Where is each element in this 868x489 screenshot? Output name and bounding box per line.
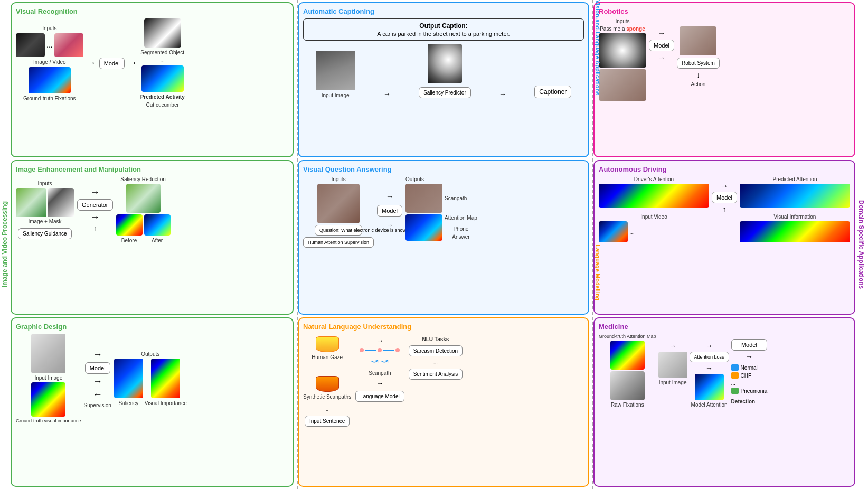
nlu-left: Human Gaze Synthetic Scanpaths ↓ Input S… bbox=[303, 334, 351, 427]
ie-input-imgs bbox=[16, 188, 74, 217]
vr-title: Visual Recognition bbox=[16, 7, 288, 15]
vr-arrow-1: → bbox=[87, 58, 96, 69]
gd-saliency-label: Saliency bbox=[118, 400, 138, 406]
ac-saliency-col: Saliency Predictor bbox=[419, 44, 471, 98]
rob-person-img bbox=[680, 26, 716, 55]
vqa-answer-col: Attention Map Phone Answer bbox=[445, 215, 477, 240]
med-attn-loss: → Attention Loss → Model Attention bbox=[690, 334, 729, 408]
med-ground-truth-label: Ground-truth Attention Map bbox=[599, 334, 656, 339]
rob-scene-img bbox=[599, 69, 646, 101]
med-chf-label: CHF bbox=[741, 373, 752, 379]
vr-images-row: ... bbox=[16, 33, 83, 57]
graphic-design-section: Graphic Design Input Image Ground-truth … bbox=[11, 317, 294, 487]
vqa-food-img bbox=[317, 184, 360, 223]
med-detection-label: Detection bbox=[731, 399, 756, 405]
medicine-section: Medicine Ground-truth Attention Map Raw … bbox=[593, 317, 855, 487]
nlu-tasks-label: NLU Tasks bbox=[409, 336, 463, 342]
left-vertical-label: Image and Video Processing bbox=[1, 201, 8, 287]
med-model-attn-img bbox=[695, 374, 724, 400]
middle-column: Automatic Captioning Output Caption: A c… bbox=[296, 0, 591, 489]
vqa-inputs-label: Inputs bbox=[331, 176, 345, 182]
ac-title: Automatic Captioning bbox=[303, 7, 584, 15]
med-detection-container: Detection bbox=[731, 398, 768, 405]
rob-arrow-1: → bbox=[658, 29, 665, 37]
ad-title: Autonomous Driving bbox=[599, 165, 850, 173]
nlu-human-gaze: Human Gaze bbox=[312, 336, 343, 360]
mid-labels: Vision-and-Language Applications Languag… bbox=[595, 0, 601, 489]
nlu-arrow-down-1: ↓ bbox=[325, 405, 329, 413]
vqa-question-box: Question: What electronic device is show… bbox=[315, 225, 362, 236]
med-title: Medicine bbox=[599, 323, 850, 331]
nlu-curved-arrow-2: ⤻ bbox=[381, 355, 389, 367]
ie-before-after: Before After bbox=[116, 214, 171, 243]
ad-visual-info-label: Visual Information bbox=[740, 214, 850, 220]
ad-predicted-attention-label: Predicted Attention bbox=[740, 176, 850, 182]
med-content: Ground-truth Attention Map Raw Fixations… bbox=[599, 334, 850, 408]
gd-ground-truth-label: Ground-truth visual importance bbox=[16, 418, 81, 424]
ad-drivers-attention-label: Driver's Attention bbox=[599, 176, 709, 182]
left-sections: Visual Recognition Inputs ... Image / Vi… bbox=[10, 0, 296, 489]
mid-label-bot: Language Modelling bbox=[595, 245, 601, 489]
vr-ground-truth-label: Ground-truth Fixations bbox=[23, 96, 76, 101]
ie-arrow-2: → bbox=[90, 212, 100, 223]
rob-sponge-label: sponge bbox=[626, 26, 645, 32]
gd-outputs-label: Outputs bbox=[141, 351, 159, 357]
ie-after-label: After bbox=[152, 238, 163, 243]
med-attention-loss-box: Attention Loss bbox=[690, 352, 729, 362]
gd-input-image-label: Input Image bbox=[34, 375, 62, 381]
right-vertical-label: Domain Specific Applications bbox=[857, 200, 865, 289]
vr-outputs: Segmented Object ... Predicted Activity … bbox=[140, 18, 185, 108]
nlu-synthetic-scanpaths: Synthetic Scanpaths bbox=[303, 376, 351, 400]
gd-saliency-img bbox=[114, 359, 143, 398]
gd-heatmap-img bbox=[31, 382, 65, 417]
vr-content: Inputs ... Image / Video Ground-truth Fi… bbox=[16, 18, 288, 108]
ie-outputs: Saliency Reduction Before After bbox=[116, 176, 171, 243]
ac-input-image-label: Input Image bbox=[322, 92, 350, 98]
vr-predicted-img bbox=[141, 65, 184, 92]
ie-inputs: Inputs Image + Mask Saliency Guidance bbox=[16, 181, 74, 239]
vqa-phone-label: Phone bbox=[445, 226, 477, 232]
ie-inputs-label: Inputs bbox=[37, 181, 52, 186]
gd-vi-label: Visual Importance bbox=[145, 400, 187, 406]
vr-segmented-img bbox=[144, 18, 181, 48]
vr-segmented-label: Segmented Object bbox=[140, 50, 184, 55]
ad-drivers-img bbox=[599, 184, 709, 208]
ie-content: Inputs Image + Mask Saliency Guidance → … bbox=[16, 176, 288, 243]
rob-inputs-label: Inputs bbox=[615, 18, 629, 24]
gd-outputs: Outputs Saliency Visual Importance bbox=[114, 351, 187, 406]
left-label-container: Image and Video Processing bbox=[0, 0, 10, 489]
main-container: Image and Video Processing Visual Recogn… bbox=[0, 0, 868, 489]
ie-saliency-guidance-box: Saliency Guidance bbox=[18, 228, 71, 239]
med-left: Ground-truth Attention Map Raw Fixations bbox=[599, 334, 656, 408]
ad-predicted-img bbox=[740, 184, 850, 208]
vr-predicted-activity-label: Predicted Activity bbox=[140, 94, 185, 100]
gd-model-box: Model bbox=[85, 362, 110, 374]
med-model-attention-label: Model Attention bbox=[691, 402, 728, 408]
rob-content: Inputs Pass me a sponge → Model → Robot … bbox=[599, 18, 850, 101]
rob-sponge-img bbox=[599, 33, 646, 68]
vqa-outputs: Outputs Scanpath Attention Map Phone Ans… bbox=[405, 176, 477, 241]
med-chf-item: CHF bbox=[731, 372, 768, 379]
ie-title: Image Enhancement and Manipulation bbox=[16, 165, 288, 173]
ac-arrow-2: → bbox=[499, 90, 506, 98]
vqa-scanpath-img bbox=[405, 184, 442, 213]
image-enhancement-section: Image Enhancement and Manipulation Input… bbox=[11, 160, 294, 315]
med-legend: Normal CHF ... Pneumonia bbox=[731, 364, 768, 405]
ad-input-video-img bbox=[599, 221, 628, 242]
med-middle: → Input Image bbox=[658, 334, 687, 385]
med-arrow-1: → bbox=[669, 342, 676, 350]
gd-supervision-label: Supervision bbox=[84, 402, 111, 408]
ad-content: Driver's Attention Input Video ... → Mod… bbox=[599, 176, 850, 242]
vr-train-img bbox=[16, 33, 45, 57]
divider-2 bbox=[592, 0, 593, 489]
ie-arrow-1: → bbox=[90, 187, 100, 198]
med-arrow-2: → bbox=[705, 342, 713, 350]
ie-image-mask-label: Image + Mask bbox=[28, 219, 61, 224]
vqa-answer-label: Answer bbox=[445, 234, 477, 240]
vqa-model-box: Model bbox=[377, 205, 402, 217]
med-normal-color bbox=[731, 364, 739, 371]
ac-saliency-predictor-box: Saliency Predictor bbox=[419, 87, 471, 98]
med-raw-img bbox=[610, 371, 645, 400]
gd-saliency-col: Saliency bbox=[114, 359, 143, 406]
vqa-scanpath-label: Scanpath bbox=[445, 195, 467, 201]
